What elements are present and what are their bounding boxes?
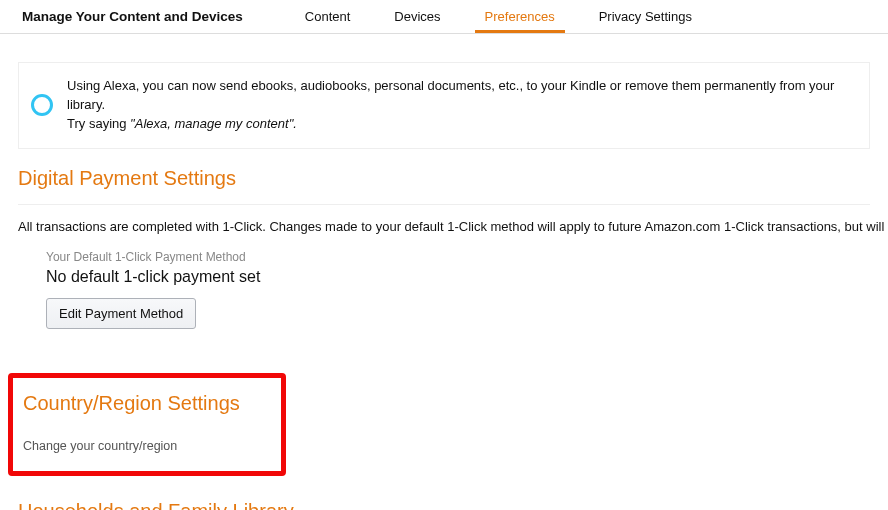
- payment-status: No default 1-click payment set: [46, 268, 870, 286]
- digital-payment-description: All transactions are completed with 1-Cl…: [18, 219, 870, 234]
- country-region-subtext: Change your country/region: [23, 439, 271, 453]
- tab-privacy-settings[interactable]: Privacy Settings: [577, 1, 714, 32]
- edit-payment-button[interactable]: Edit Payment Method: [46, 298, 196, 329]
- alexa-info-banner: Using Alexa, you can now send ebooks, au…: [18, 62, 870, 149]
- nav-tabs: Content Devices Preferences Privacy Sett…: [283, 1, 714, 32]
- alexa-line2-quote: "Alexa, manage my content".: [130, 116, 297, 131]
- tab-preferences[interactable]: Preferences: [463, 1, 577, 32]
- alexa-ring-icon: [31, 94, 53, 116]
- alexa-line2-prefix: Try saying: [67, 116, 130, 131]
- tab-content[interactable]: Content: [283, 1, 373, 32]
- payment-block: Your Default 1-Click Payment Method No d…: [18, 250, 870, 345]
- page-title: Manage Your Content and Devices: [22, 9, 243, 24]
- payment-label: Your Default 1-Click Payment Method: [46, 250, 870, 264]
- digital-payment-heading: Digital Payment Settings: [18, 167, 870, 190]
- households-heading: Households and Family Library: [18, 500, 870, 510]
- top-navigation-bar: Manage Your Content and Devices Content …: [0, 0, 888, 34]
- alexa-info-text: Using Alexa, you can now send ebooks, au…: [67, 77, 857, 134]
- divider: [18, 204, 870, 205]
- tab-devices[interactable]: Devices: [372, 1, 462, 32]
- digital-payment-section: Digital Payment Settings All transaction…: [0, 167, 888, 345]
- country-region-heading: Country/Region Settings: [23, 392, 271, 415]
- alexa-line1: Using Alexa, you can now send ebooks, au…: [67, 78, 834, 112]
- country-region-highlight[interactable]: Country/Region Settings Change your coun…: [8, 373, 286, 476]
